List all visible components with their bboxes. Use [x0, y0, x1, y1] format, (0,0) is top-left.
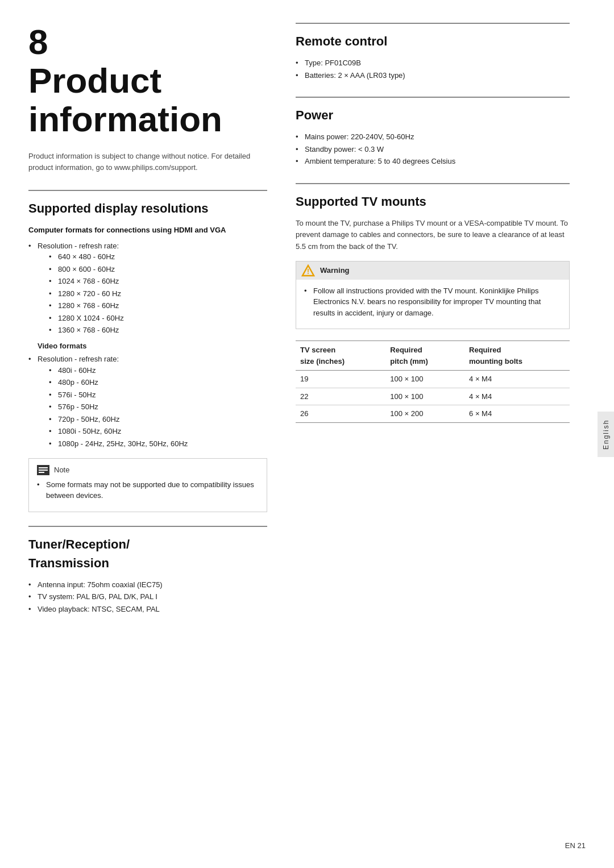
power-heading: Power: [296, 106, 570, 124]
table-header-bolts: Requiredmounting bolts: [464, 341, 570, 371]
list-item: Resolution - refresh rate: 480i - 60Hz 4…: [28, 354, 267, 449]
table-header-row: TV screensize (inches) Requiredpitch (mm…: [296, 341, 570, 371]
power-section-divider: [296, 97, 570, 98]
video-res-sublist: 480i - 60Hz 480p - 60Hz 576i - 50Hz 576p…: [49, 365, 267, 450]
remote-section-divider: [296, 23, 570, 24]
list-item: 800 × 600 - 60Hz: [49, 264, 267, 275]
remote-control-section: Remote control Type: PF01C09B Batteries:…: [296, 23, 570, 81]
list-item: 1280 × 768 - 60Hz: [49, 300, 267, 312]
list-item: Video playback: NTSC, SECAM, PAL: [28, 604, 267, 615]
list-item: 1280 × 720 - 60 Hz: [49, 288, 267, 300]
tv-mounts-description: To mount the TV, purchase a Philips TV m…: [296, 218, 570, 253]
mount-table: TV screensize (inches) Requiredpitch (mm…: [296, 340, 570, 423]
list-item: 480i - 60Hz: [49, 365, 267, 376]
side-tab-label: English: [598, 412, 614, 457]
warning-icon: !: [301, 264, 316, 277]
mounts-section-divider: [296, 183, 570, 184]
table-header-screen-size: TV screensize (inches): [296, 341, 385, 371]
list-item: 576i - 50Hz: [49, 389, 267, 401]
note-list: Some formats may not be supported due to…: [37, 479, 259, 501]
table-cell-bolts: 6 × M4: [464, 405, 570, 423]
computer-formats-heading: Computer formats for connections using H…: [28, 225, 267, 236]
power-list: Mains power: 220-240V, 50-60Hz Standby p…: [296, 131, 570, 167]
remote-list: Type: PF01C09B Batteries: 2 × AAA (LR03 …: [296, 57, 570, 81]
display-section-divider: [28, 190, 267, 191]
tv-mounts-section: Supported TV mounts To mount the TV, pur…: [296, 183, 570, 423]
note-header: Note: [37, 464, 259, 476]
note-box: Note Some formats may not be supported d…: [28, 458, 267, 512]
left-column: 8Productinformation Product information …: [28, 23, 290, 845]
side-tab: English: [598, 0, 614, 868]
computer-res-sublist: 640 × 480 - 60Hz 800 × 600 - 60Hz 1024 ×…: [49, 251, 267, 336]
video-formats-label: Video formats: [38, 340, 267, 352]
list-item: Antenna input: 75ohm coaxial (IEC75): [28, 579, 267, 591]
tv-mounts-heading: Supported TV mounts: [296, 192, 570, 211]
table-row: 26 100 × 200 6 × M4: [296, 405, 570, 423]
list-item: Batteries: 2 × AAA (LR03 type): [296, 70, 570, 81]
svg-rect-0: [39, 467, 48, 468]
display-heading: Supported display resolutions: [28, 199, 267, 218]
note-label: Note: [54, 464, 69, 476]
table-cell-pitch: 100 × 100: [385, 388, 464, 405]
list-item: 640 × 480 - 60Hz: [49, 251, 267, 263]
note-icon: [37, 465, 49, 475]
table-cell-bolts: 4 × M4: [464, 388, 570, 405]
tuner-heading: Tuner/Reception/Transmission: [28, 535, 267, 572]
list-item: 720p - 50Hz, 60Hz: [49, 414, 267, 425]
list-item: Some formats may not be supported due to…: [37, 479, 259, 501]
page-footer: EN 21: [565, 840, 586, 852]
list-item: Ambient temperature: 5 to 40 degrees Cel…: [296, 156, 570, 167]
list-item: Mains power: 220-240V, 50-60Hz: [296, 131, 570, 143]
list-item: 576p - 50Hz: [49, 401, 267, 413]
table-cell-bolts: 4 × M4: [464, 371, 570, 388]
list-item: 480p - 60Hz: [49, 377, 267, 388]
intro-text: Product information is subject to change…: [28, 151, 267, 175]
list-item: 1360 × 768 - 60Hz: [49, 325, 267, 336]
list-item: 1024 × 768 - 60Hz: [49, 276, 267, 287]
tuner-section-divider: [28, 526, 267, 527]
table-cell-pitch: 100 × 200: [385, 405, 464, 423]
tuner-list: Antenna input: 75ohm coaxial (IEC75) TV …: [28, 579, 267, 615]
list-item: 1280 X 1024 - 60Hz: [49, 313, 267, 324]
power-section: Power Mains power: 220-240V, 50-60Hz Sta…: [296, 97, 570, 167]
table-cell-size: 19: [296, 371, 385, 388]
table-cell-pitch: 100 × 100: [385, 371, 464, 388]
table-cell-size: 22: [296, 388, 385, 405]
table-header-pitch: Requiredpitch (mm): [385, 341, 464, 371]
main-content: 8Productinformation Product information …: [0, 0, 598, 868]
warning-box: ! Warning Follow all instructions provid…: [296, 261, 570, 330]
remote-control-heading: Remote control: [296, 32, 570, 51]
page: English 8Productinformation Product info…: [0, 0, 614, 868]
list-item: Type: PF01C09B: [296, 57, 570, 69]
table-row: 22 100 × 100 4 × M4: [296, 388, 570, 405]
list-item: Follow all instructions provided with th…: [304, 285, 561, 319]
video-resolution-list: Resolution - refresh rate: 480i - 60Hz 4…: [28, 354, 267, 449]
list-item: 1080p - 24Hz, 25Hz, 30Hz, 50Hz, 60Hz: [49, 438, 267, 450]
warning-label: Warning: [320, 265, 350, 276]
list-item: Standby power: < 0.3 W: [296, 144, 570, 155]
table-row: 19 100 × 100 4 × M4: [296, 371, 570, 388]
chapter-text: Productinformation: [28, 61, 267, 139]
list-item: TV system: PAL B/G, PAL D/K, PAL I: [28, 591, 267, 603]
list-item: Resolution - refresh rate: 640 × 480 - 6…: [28, 240, 267, 336]
computer-resolution-list: Resolution - refresh rate: 640 × 480 - 6…: [28, 240, 267, 336]
svg-rect-1: [39, 470, 48, 471]
list-item: 1080i - 50Hz, 60Hz: [49, 426, 267, 437]
right-column: Remote control Type: PF01C09B Batteries:…: [290, 23, 570, 845]
chapter-number: 8: [28, 22, 48, 61]
svg-rect-2: [39, 472, 44, 473]
warning-header: ! Warning: [296, 261, 569, 280]
table-cell-size: 26: [296, 405, 385, 423]
warning-list: Follow all instructions provided with th…: [304, 285, 561, 319]
svg-text:!: !: [307, 268, 309, 276]
chapter-title: 8Productinformation: [28, 23, 267, 139]
